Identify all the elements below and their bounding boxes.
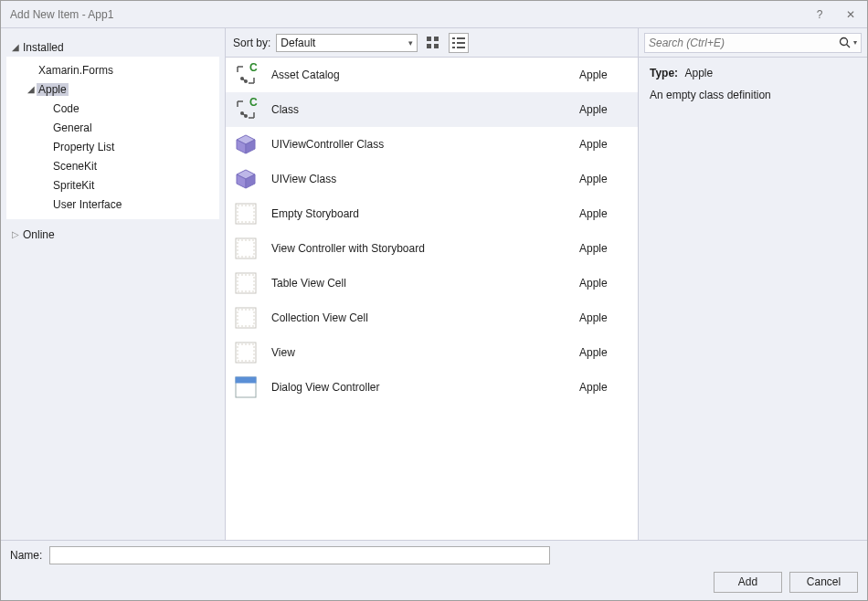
svg-rect-8 <box>452 47 455 48</box>
sort-by-value: Default <box>281 37 315 49</box>
name-input[interactable] <box>49 546 550 564</box>
tree-node-scenekit[interactable]: SceneKit <box>7 156 219 175</box>
svg-point-34 <box>841 37 848 45</box>
toolbar: Sort by: Default ▾ <box>226 28 638 58</box>
tree-label: Xamarin.Forms <box>37 64 115 77</box>
svg-rect-5 <box>457 37 465 39</box>
svg-rect-24 <box>236 238 256 258</box>
search-input[interactable] <box>649 37 839 49</box>
help-button[interactable]: ? <box>810 8 829 21</box>
search-box[interactable]: ▾ <box>644 33 862 53</box>
template-name: UIViewController Class <box>268 138 570 151</box>
tree-label: Apple <box>37 83 69 96</box>
name-label: Name: <box>10 549 42 562</box>
svg-rect-1 <box>434 37 439 41</box>
svg-rect-3 <box>434 44 439 48</box>
svg-rect-28 <box>236 308 256 328</box>
tree-label: User Interface <box>51 198 123 211</box>
template-name: Table View Cell <box>268 277 570 290</box>
tree-label: SceneKit <box>51 160 99 173</box>
view-toggle-details[interactable] <box>449 33 469 53</box>
template-row[interactable]: Empty StoryboardApple <box>226 196 638 231</box>
cs-file-icon: C# <box>233 62 259 88</box>
template-category: Apple <box>579 138 625 151</box>
template-name: Dialog View Controller <box>268 381 570 394</box>
tree-label: Installed <box>21 41 66 54</box>
template-list[interactable]: C#Asset CatalogAppleC#ClassAppleUIViewCo… <box>226 58 638 540</box>
svg-rect-33 <box>236 377 256 383</box>
template-name: Collection View Cell <box>268 311 570 324</box>
detail-description: An empty class definition <box>650 89 856 101</box>
sort-by-dropdown[interactable]: Default ▾ <box>276 34 418 52</box>
detail-pane: ▾ Type: Apple An empty class definition <box>639 28 867 540</box>
center-pane: Sort by: Default ▾ C#Asset CatalogAppleC… <box>225 28 639 540</box>
tree-node-online[interactable]: Online <box>6 225 219 244</box>
tree-label: Code <box>51 102 81 115</box>
panel-icon <box>233 270 259 296</box>
chevron-right-icon <box>10 229 21 239</box>
tree-node-apple[interactable]: Apple <box>7 79 219 99</box>
window-controls: ? ✕ <box>810 8 860 21</box>
template-category: Apple <box>579 381 625 394</box>
tree-node-spritekit[interactable]: SpriteKit <box>7 175 219 195</box>
template-row[interactable]: ViewApple <box>226 335 638 370</box>
cs-file-icon: C# <box>233 97 259 122</box>
svg-rect-4 <box>452 37 455 39</box>
template-category: Apple <box>579 346 625 359</box>
svg-rect-26 <box>236 273 256 293</box>
svg-rect-2 <box>427 44 431 48</box>
template-category: Apple <box>579 69 625 81</box>
cube-icon <box>233 166 259 192</box>
template-row[interactable]: UIView ClassApple <box>226 162 638 196</box>
template-name: Asset Catalog <box>268 69 570 81</box>
template-row[interactable]: C#Asset CatalogApple <box>226 58 638 92</box>
tree-node-user-interface[interactable]: User Interface <box>7 195 219 214</box>
add-button[interactable]: Add <box>714 572 782 593</box>
template-row[interactable]: C#ClassApple <box>226 92 638 127</box>
panel-icon <box>233 305 259 331</box>
template-category: Apple <box>579 207 625 220</box>
bottom-bar: Name: Add Cancel <box>1 540 867 600</box>
panel-icon <box>233 201 259 227</box>
svg-text:C#: C# <box>249 63 258 74</box>
svg-rect-9 <box>457 47 465 48</box>
panel-icon <box>233 340 259 365</box>
svg-rect-30 <box>236 343 256 363</box>
cancel-button[interactable]: Cancel <box>789 572 858 593</box>
dropdown-caret-icon[interactable]: ▾ <box>853 38 857 47</box>
tree-node-xamarin-forms[interactable]: Xamarin.Forms <box>7 60 219 79</box>
template-category: Apple <box>579 311 625 324</box>
tree-node-property-list[interactable]: Property List <box>7 137 219 156</box>
template-name: Empty Storyboard <box>268 207 570 220</box>
detail-type-value: Apple <box>684 67 713 79</box>
tree-label: Property List <box>51 141 116 153</box>
svg-rect-22 <box>236 204 256 224</box>
template-name: Class <box>268 103 570 116</box>
sort-by-label: Sort by: <box>233 37 270 49</box>
template-row[interactable]: UIViewController ClassApple <box>226 127 638 162</box>
tree-label: General <box>51 121 94 134</box>
close-button[interactable]: ✕ <box>842 8 860 21</box>
template-name: View Controller with Storyboard <box>268 242 570 255</box>
detail-type-row: Type: Apple <box>650 67 856 79</box>
panel-icon <box>233 236 259 261</box>
template-row[interactable]: Table View CellApple <box>226 266 638 300</box>
window-title: Add New Item - App1 <box>10 8 113 21</box>
tree-node-general[interactable]: General <box>7 118 219 137</box>
template-category: Apple <box>579 103 625 116</box>
template-name: View <box>268 346 570 359</box>
tree-node-code[interactable]: Code <box>7 99 219 118</box>
template-row[interactable]: Collection View CellApple <box>226 300 638 335</box>
view-toggle-medium-icons[interactable] <box>423 33 443 53</box>
template-row[interactable]: View Controller with StoryboardApple <box>226 231 638 266</box>
svg-rect-7 <box>457 42 465 44</box>
template-row[interactable]: Dialog View ControllerApple <box>226 370 638 405</box>
chevron-down-icon <box>26 84 37 94</box>
sidebar: Installed Xamarin.Forms Apple Code Gener… <box>1 28 225 540</box>
svg-text:C#: C# <box>249 98 258 109</box>
tree-label: Online <box>21 228 57 241</box>
tree-node-installed[interactable]: Installed <box>6 37 219 57</box>
svg-rect-6 <box>452 42 455 44</box>
chevron-down-icon <box>10 42 21 52</box>
template-category: Apple <box>579 277 625 290</box>
